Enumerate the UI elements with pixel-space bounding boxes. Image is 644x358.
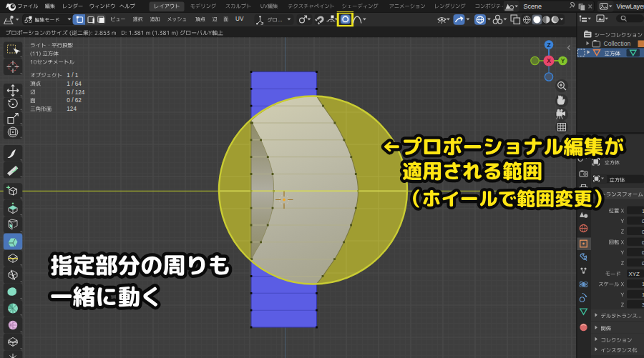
svg-text:XYZ: XYZ	[629, 271, 640, 277]
svg-text:ViewLayer: ViewLayer	[617, 3, 644, 10]
svg-text:X: X	[547, 57, 551, 64]
svg-text:124: 124	[67, 106, 77, 112]
svg-text:1 / 64: 1 / 64	[67, 81, 82, 87]
svg-text:...: ...	[278, 16, 282, 23]
svg-text:UV: UV	[235, 16, 244, 22]
svg-text:Z: Z	[547, 41, 550, 49]
svg-text:0 / 124: 0 / 124	[67, 89, 84, 96]
svg-text:0 / 62: 0 / 62	[67, 97, 82, 104]
svg-text:1 / 1: 1 / 1	[67, 72, 78, 79]
svg-text:Scene: Scene	[524, 3, 542, 10]
svg-text:Y: Y	[561, 57, 565, 64]
svg-text:Collection: Collection	[604, 40, 631, 47]
